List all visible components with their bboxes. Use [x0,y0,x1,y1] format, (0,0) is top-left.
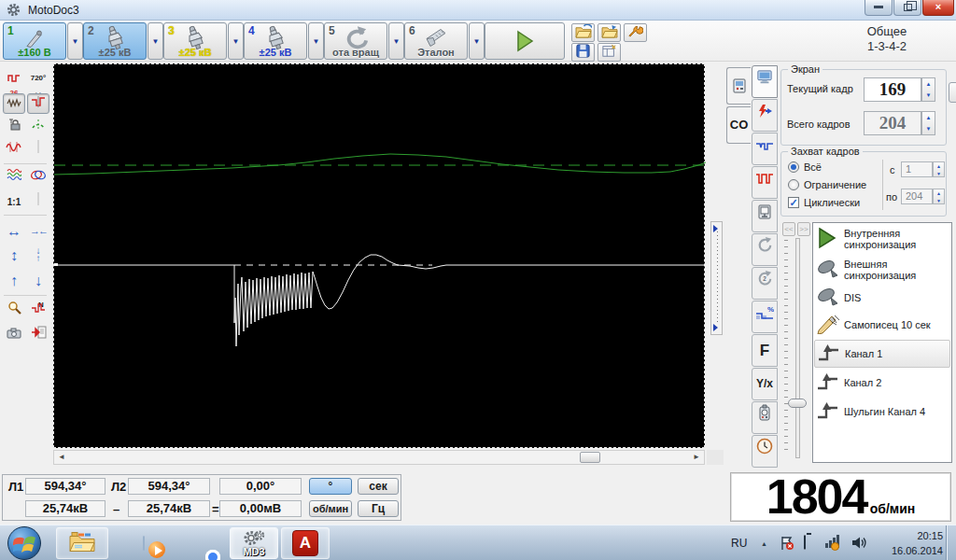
start-button[interactable] [7,526,41,560]
hidden-icons-arrow[interactable]: ▲ [761,540,767,560]
sync-item-channel-2[interactable]: Канал 2 [814,369,950,397]
slider-track[interactable] [795,238,800,458]
open-recent-button[interactable] [598,23,621,42]
channel-4-button[interactable]: 4 ±25 кВ [244,22,307,60]
from-spinner[interactable]: ▲▼ [933,161,945,177]
collapse-horizontal-button[interactable]: →← [27,221,49,242]
maximize-button[interactable] [893,0,921,16]
tab-duty-cycle[interactable]: % [752,301,778,333]
spin-up-icon[interactable]: ▲ [922,78,935,90]
taskbar-adobe-button[interactable]: A [281,527,330,559]
channel-3-button[interactable]: 3 ±25 кВ [163,22,227,60]
taskbar-wmp-icon[interactable] [143,537,145,550]
volume-icon[interactable] [851,536,867,560]
tab-rotation-2[interactable]: 2 [752,267,778,300]
channel-4-dropdown[interactable]: ▼ [308,22,324,60]
next-frame-button[interactable]: >> [797,222,810,236]
channel-1-dropdown[interactable]: ▼ [67,22,83,60]
checkbox-cyclic-label[interactable]: Циклически [804,197,860,208]
cycle-720-button[interactable]: 720° ↔ [27,69,49,90]
battery-icon[interactable] [804,536,806,560]
lissajous-button[interactable] [27,168,49,189]
tab-co-meter[interactable]: CO [726,106,751,144]
current-frame-spinner[interactable]: ▲▼ [921,77,935,102]
shift-down-button[interactable]: ↓ [27,271,49,291]
sync-item-internal[interactable]: Внутренняя синхронизация [814,224,950,254]
tab-frequency[interactable]: F [752,334,778,367]
radio-limit-label[interactable]: Ограничение [804,179,866,190]
sync-item-channel-1[interactable]: Канал 1 [814,340,950,368]
close-button[interactable]: × [922,0,954,16]
action-center-flag-icon[interactable] [780,536,794,560]
tab-spark[interactable] [752,99,778,132]
save-button[interactable] [571,43,595,62]
sync-item-shulgin-channel-4[interactable]: Шульгин Канал 4 [814,398,950,426]
channel-2-button[interactable]: 2 ±25 кВ [83,22,147,60]
scroll-right-arrow[interactable]: ► [689,451,704,464]
channel-6-button[interactable]: 6 Эталон [404,22,468,60]
scroll-left-arrow[interactable]: ◄ [54,451,69,464]
open-file-button[interactable] [571,23,595,42]
tab-oscilloscope[interactable] [726,67,751,105]
marker-bottom-arrow-icon[interactable] [713,324,718,331]
radio-all[interactable] [788,161,799,173]
tab-rotation-1[interactable] [752,233,778,266]
sync-item-external[interactable]: Внешняя синхронизация [814,255,950,285]
units-degrees-button[interactable]: ° [309,478,352,495]
tab-multimeter[interactable] [752,401,778,434]
network-icon[interactable] [825,535,840,560]
taskbar-explorer-button[interactable] [56,527,108,559]
radio-all-label[interactable]: Всё [804,161,822,173]
tab-ratio[interactable]: Y/x [752,368,778,400]
scroll-thumb[interactable] [580,452,600,463]
current-frame-field[interactable]: 169 [864,77,921,102]
channel-5-button[interactable]: 5 ота вращ [324,22,387,60]
settings-wrench-button[interactable] [624,23,647,42]
show-desktop-button[interactable] [946,525,956,560]
radio-limit[interactable] [788,179,799,190]
prev-frame-button[interactable]: << [782,222,795,236]
sync-mode-list[interactable]: Внутренняя синхронизация Внешняя синхрон… [812,222,952,463]
plot-horizontal-scrollbar[interactable]: ◄ ► [53,450,705,465]
units-hz-button[interactable]: Гц [358,500,399,517]
scale-1-1-button[interactable]: 1:1 [3,192,25,213]
new-window-button[interactable] [598,43,621,62]
marker-count-button[interactable]: 26 [3,69,25,90]
sine-overlay-button[interactable] [3,140,25,161]
channel-2-dropdown[interactable]: ▼ [148,22,163,60]
channel-6-dropdown[interactable]: ▼ [469,22,485,60]
start-acquisition-button[interactable] [485,22,565,60]
channel-5-dropdown[interactable]: ▼ [388,22,404,60]
tab-red-pulse[interactable] [752,166,778,199]
snapshot-camera-button[interactable] [3,326,25,346]
to-spinner[interactable]: ▲▼ [933,189,945,204]
frame-slider[interactable] [784,238,807,458]
oscillogram-plot[interactable] [53,63,705,448]
slider-thumb[interactable] [788,399,807,408]
sync-item-dis[interactable]: DIS [814,286,950,310]
units-rpm-button[interactable]: об/мин [309,500,352,517]
spin-up-icon[interactable]: ▲ [922,112,935,123]
tab-timer[interactable] [752,435,778,468]
tab-screen[interactable] [752,65,778,98]
sync-item-recorder[interactable]: Самописец 10 сек [814,311,950,339]
spin-down-icon[interactable]: ▼ [922,90,935,101]
all-traces-button[interactable] [3,168,25,189]
units-seconds-button[interactable]: сек [358,478,399,495]
marker-top-arrow-icon[interactable] [713,225,718,232]
minimize-button[interactable] [865,0,893,16]
clipped-edge-button[interactable] [949,82,956,103]
collapse-vertical-button[interactable]: ↓ ↑ [27,245,49,266]
tab-stand[interactable] [752,200,778,232]
tab-blue-pulse[interactable] [752,133,778,165]
zoom-tool-button[interactable] [3,301,25,321]
channel-3-dropdown[interactable]: ▼ [228,22,244,60]
waveform-mode-button[interactable] [3,93,25,114]
taskbar-motodoc3-button[interactable]: MD3 [230,527,278,559]
normalize-button[interactable]: N [27,301,49,321]
expand-horizontal-button[interactable]: ↔ [3,221,25,242]
total-frames-spinner[interactable]: ▲▼ [921,111,935,135]
spin-down-icon[interactable]: ▼ [922,123,935,134]
export-report-button[interactable] [27,326,49,346]
tray-clock[interactable]: 20:15 16.06.2014 [876,528,943,558]
